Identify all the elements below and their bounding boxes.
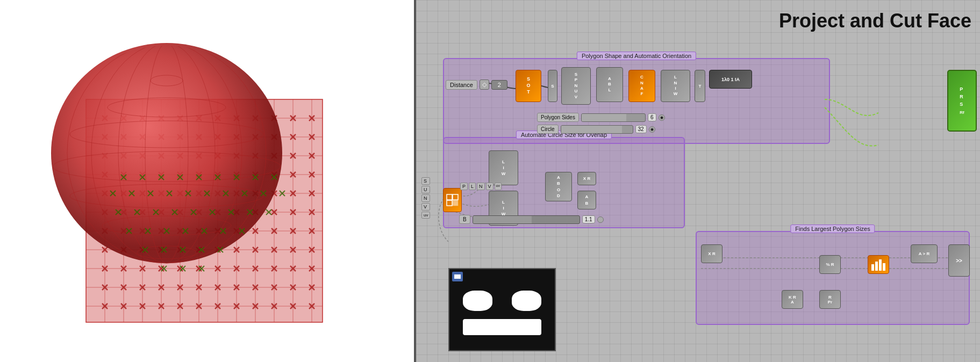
svg-rect-394 bbox=[879, 259, 882, 271]
polygon-sides-bar[interactable] bbox=[581, 113, 646, 122]
distance-label: Distance bbox=[446, 80, 477, 90]
node-abl[interactable]: ABL bbox=[596, 67, 623, 102]
node-xr-bottom[interactable]: X R bbox=[701, 244, 723, 263]
polygon-sides-label: Polygon Sides bbox=[537, 113, 579, 122]
group-label-largest: Finds Largest Polygon Sizes bbox=[790, 225, 875, 233]
polygon-sides-dial[interactable]: ◉ bbox=[659, 114, 665, 121]
preview-box bbox=[448, 268, 556, 351]
node-s[interactable]: S bbox=[548, 70, 557, 102]
circle-value: 32 bbox=[635, 125, 647, 133]
svg-rect-391 bbox=[453, 200, 458, 206]
node-numdisp[interactable]: 1λ0 1 IA bbox=[709, 70, 752, 89]
node-cnaf[interactable]: CNAF bbox=[628, 70, 655, 102]
b-value: 1.1 bbox=[582, 215, 595, 223]
b-value-row: B 1.1 bbox=[459, 215, 604, 224]
node-spnuv[interactable]: SPNUV bbox=[561, 67, 591, 105]
circle-bar[interactable] bbox=[561, 125, 633, 134]
svg-rect-390 bbox=[447, 200, 452, 206]
viewport-3d bbox=[0, 0, 414, 362]
distance-row: Distance ◇ 2 bbox=[446, 79, 507, 90]
mouth bbox=[463, 319, 541, 335]
node-xr1[interactable]: X R bbox=[577, 172, 596, 185]
left-labels: S U N V uv bbox=[421, 177, 430, 219]
svg-rect-392 bbox=[871, 264, 874, 271]
svg-rect-395 bbox=[883, 263, 885, 271]
node-lniw-mid1[interactable]: LIW bbox=[489, 150, 518, 185]
node-canvas[interactable]: Project and Cut Face Polygon Shape and A… bbox=[416, 0, 980, 362]
node-abod[interactable]: ABOD bbox=[545, 172, 572, 201]
pl-label: P L N V uv bbox=[460, 183, 502, 190]
circle-param-row: Circle 32 ◉ bbox=[537, 125, 655, 134]
node-prs[interactable]: PRSRf bbox=[947, 70, 977, 132]
circle-dial[interactable]: ◉ bbox=[649, 126, 655, 133]
svg-rect-389 bbox=[453, 194, 458, 200]
preview-icon bbox=[452, 272, 463, 281]
b-bar-fill bbox=[473, 216, 532, 223]
node-orange-grid[interactable] bbox=[443, 188, 462, 212]
node-kra[interactable]: K RA bbox=[782, 290, 803, 309]
node-ar[interactable]: A > R bbox=[911, 244, 938, 263]
left-eye bbox=[463, 291, 492, 311]
node-ab[interactable]: AB bbox=[577, 191, 596, 209]
page-title: Project and Cut Face bbox=[779, 10, 971, 32]
distance-value[interactable]: 2 bbox=[491, 80, 507, 90]
node-lll[interactable] bbox=[868, 255, 889, 274]
node-pct-r[interactable]: % R bbox=[819, 255, 841, 274]
circle-label: Circle bbox=[537, 125, 559, 134]
b-bar[interactable] bbox=[473, 215, 580, 224]
right-eye bbox=[512, 291, 541, 311]
node-t[interactable]: T bbox=[695, 70, 705, 102]
node-editor[interactable]: Project and Cut Face Polygon Shape and A… bbox=[416, 0, 980, 362]
polygon-sides-row: Polygon Sides 6 ◉ bbox=[537, 113, 665, 122]
node-ggt[interactable]: >> bbox=[948, 244, 970, 277]
svg-rect-388 bbox=[447, 194, 452, 200]
circle-bar-fill bbox=[561, 126, 622, 133]
svg-rect-393 bbox=[875, 262, 878, 271]
polygon-sides-value: 6 bbox=[648, 113, 656, 121]
node-rpr[interactable]: RPr bbox=[819, 290, 841, 309]
b-dial[interactable] bbox=[597, 216, 604, 223]
polygon-sides-bar-fill bbox=[582, 114, 626, 121]
node-sot[interactable]: SOT bbox=[516, 70, 541, 102]
b-label: B bbox=[459, 215, 470, 224]
node-lniw1[interactable]: LNIW bbox=[661, 70, 690, 102]
distance-diamond: ◇ bbox=[480, 79, 489, 90]
group-label-polygon: Polygon Shape and Automatic Orientation bbox=[577, 52, 696, 60]
